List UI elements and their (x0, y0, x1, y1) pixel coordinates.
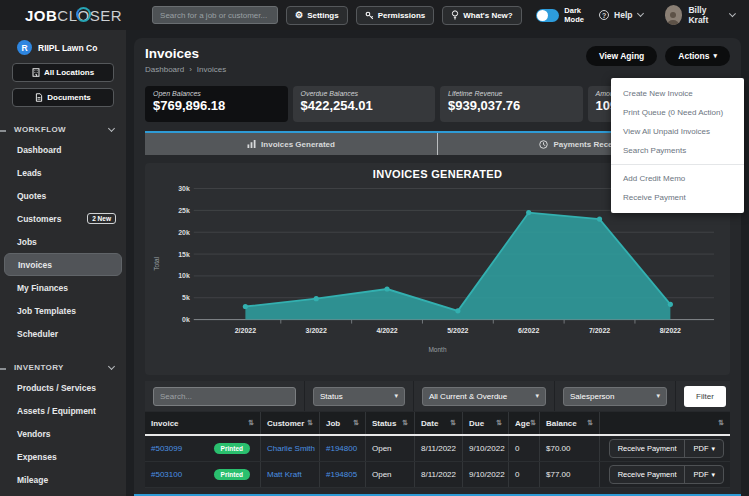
column-header-customer[interactable]: Customer⇅ (261, 412, 320, 434)
sidebar-item-products-services[interactable]: Products / Services (0, 376, 126, 399)
stat-value: $769,896.18 (153, 98, 280, 113)
sidebar-item-mileage[interactable]: Mileage (0, 468, 126, 491)
sidebar-item-quotes[interactable]: Quotes (0, 184, 126, 207)
stat-open-balances[interactable]: Open Balances $769,896.18 (145, 86, 288, 122)
documents-button[interactable]: Documents (12, 88, 114, 107)
status-select[interactable]: Status ▾ (313, 387, 405, 406)
actions-button[interactable]: Actions ▾ (665, 46, 730, 66)
actions-cell: Receive Payment PDF ▾ (600, 462, 730, 487)
lightbulb-icon (451, 10, 459, 20)
menu-item-receive-payment[interactable]: Receive Payment (611, 188, 744, 207)
sidebar-item-leads[interactable]: Leads (0, 161, 126, 184)
user-menu[interactable]: Billy Kraft (665, 5, 735, 25)
permissions-button[interactable]: Permissions (356, 6, 435, 25)
view-aging-button[interactable]: View Aging (586, 46, 657, 66)
column-header-due[interactable]: Due⇅ (463, 412, 509, 434)
all-locations-button[interactable]: All Locations (12, 63, 114, 82)
customer-link[interactable]: Matt Kraft (267, 470, 302, 479)
invoice-link[interactable]: #503100 (151, 470, 182, 479)
column-header-balance[interactable]: Balance⇅ (540, 412, 600, 434)
table-row: #503100 Printed Matt Kraft #194805 Open … (145, 462, 730, 488)
filter-button[interactable]: Filter (684, 386, 726, 407)
menu-item-create-new-invoice[interactable]: Create New Invoice (611, 84, 744, 103)
filter-current-segment: All Current & Overdue ▾ (414, 381, 555, 411)
pdf-dropdown-button[interactable]: PDF ▾ (684, 440, 723, 457)
sidebar-item-label: Mileage (17, 475, 48, 485)
pdf-dropdown-button[interactable]: PDF ▾ (684, 466, 723, 483)
job-link[interactable]: #194805 (326, 470, 357, 479)
sidebar-item-assets-equipment[interactable]: Assets / Equipment (0, 399, 126, 422)
building-icon (32, 68, 40, 77)
receive-payment-button[interactable]: Receive Payment (610, 440, 685, 457)
help-menu[interactable]: ? Help (599, 10, 642, 20)
svg-text:30k: 30k (178, 185, 190, 192)
sidebar-item-label: Assets / Equipment (17, 406, 96, 416)
sidebar-section-workflow[interactable]: WORKFLOW (0, 121, 126, 138)
sidebar-item-customers[interactable]: Customers 2 New (0, 207, 126, 230)
receive-payment-button[interactable]: Receive Payment (610, 466, 685, 483)
breadcrumb-invoices: Invoices (197, 65, 226, 74)
sidebar-item-label: Expenses (17, 452, 57, 462)
customer-link[interactable]: Charlie Smith (267, 444, 315, 453)
sort-icon: ⇅ (496, 419, 502, 427)
sidebar-item-vendors[interactable]: Vendors (0, 422, 126, 445)
sidebar-item-expenses[interactable]: Expenses (0, 445, 126, 468)
sort-icon: ⇅ (587, 419, 593, 427)
caret-down-icon: ▾ (656, 392, 660, 400)
column-header-invoice[interactable]: Invoice⇅ (145, 412, 261, 434)
invoice-link[interactable]: #503099 (151, 444, 182, 453)
svg-text:15k: 15k (178, 251, 190, 258)
svg-text:5/2022: 5/2022 (447, 328, 468, 335)
help-circle-icon: ? (599, 10, 609, 20)
sidebar-section-inventory[interactable]: INVENTORY (0, 359, 126, 376)
tab-invoices-generated[interactable]: Invoices Generated (145, 133, 437, 155)
chevron-down-icon (636, 10, 643, 17)
menu-item-view-all-unpaid[interactable]: View All Unpaid Invoices (611, 122, 744, 141)
sidebar-item-invoices[interactable]: Invoices (4, 253, 122, 276)
sidebar-item-my-finances[interactable]: My Finances (0, 276, 126, 299)
column-header-job[interactable]: Job⇅ (320, 412, 366, 434)
sidebar-item-purchase-orders[interactable]: Purchase Orders (0, 491, 126, 496)
table-search-input[interactable] (153, 387, 296, 406)
dark-mode-label: Dark Mode (564, 6, 599, 24)
job-link[interactable]: #194800 (326, 444, 357, 453)
column-header-actions[interactable]: ⇅ (600, 412, 730, 434)
sidebar-item-dashboard[interactable]: Dashboard (0, 138, 126, 161)
topbar: JOBCLOSER ⚙ Settings Permissions What's … (0, 0, 749, 30)
column-header-age[interactable]: Age⇅ (509, 412, 540, 434)
global-search-input[interactable] (152, 6, 278, 24)
all-locations-label: All Locations (44, 68, 94, 77)
app-logo[interactable]: JOBCLOSER (25, 7, 122, 24)
whats-new-button[interactable]: What's New? (442, 6, 521, 25)
column-header-status[interactable]: Status⇅ (366, 412, 415, 434)
documents-label: Documents (47, 93, 91, 102)
filter-bar: Status ▾ All Current & Overdue ▾ Salespe… (145, 381, 730, 411)
age-cell: 0 (509, 462, 540, 487)
column-header-date[interactable]: Date⇅ (415, 412, 463, 434)
column-label: Balance (546, 419, 577, 428)
sidebar-item-jobs[interactable]: Jobs (0, 230, 126, 253)
company-row[interactable]: R RIIPL Lawn Co (0, 30, 126, 63)
stat-lifetime-revenue[interactable]: Lifetime Revenue $939,037.76 (440, 86, 583, 122)
sidebar-item-label: Jobs (17, 237, 37, 247)
column-label: Job (326, 419, 340, 428)
y-axis-label: Total (153, 257, 160, 271)
user-avatar (665, 5, 683, 25)
settings-button[interactable]: ⚙ Settings (286, 6, 348, 25)
sidebar: R RIIPL Lawn Co All Locations Documents … (0, 30, 126, 496)
breadcrumb-dashboard[interactable]: Dashboard (145, 65, 184, 74)
dark-mode-toggle[interactable] (536, 9, 560, 22)
sidebar-item-job-templates[interactable]: Job Templates (0, 299, 126, 322)
sidebar-item-scheduler[interactable]: Scheduler (0, 322, 126, 345)
date-cell: 8/11/2022 (415, 462, 463, 487)
user-name: Billy Kraft (688, 5, 724, 25)
menu-item-print-queue[interactable]: Print Queue (0 Need Action) (611, 103, 744, 122)
stat-overdue-balances[interactable]: Overdue Balances $422,254.01 (293, 86, 436, 122)
menu-item-search-payments[interactable]: Search Payments (611, 141, 744, 160)
menu-item-add-credit-memo[interactable]: Add Credit Memo (611, 169, 744, 188)
svg-text:25k: 25k (178, 207, 190, 214)
current-overdue-select[interactable]: All Current & Overdue ▾ (422, 387, 546, 406)
salesperson-select[interactable]: Salesperson ▾ (563, 387, 667, 406)
table-row: #503099 Printed Charlie Smith #194800 Op… (145, 436, 730, 462)
row-action-group: Receive Payment PDF ▾ (609, 439, 724, 458)
